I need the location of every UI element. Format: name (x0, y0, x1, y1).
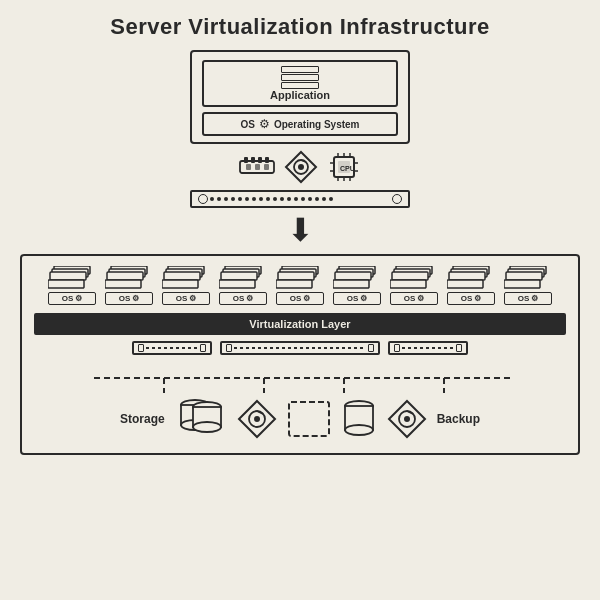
vm-unit-2: OS ⚙ (103, 266, 155, 305)
svg-rect-36 (162, 280, 198, 288)
rack-bar-center (220, 341, 380, 355)
vm-app-stack-9 (504, 266, 552, 292)
app-layer-3 (281, 82, 319, 89)
vm-os-3: OS ⚙ (162, 292, 210, 305)
rack-line-1 (146, 347, 198, 349)
hdd-diamond-1 (237, 399, 277, 439)
storage-backup-row: Storage (34, 397, 566, 441)
rack-dots (210, 197, 390, 201)
hdd-diamond-2 (387, 399, 427, 439)
vm-os-7: OS ⚙ (390, 292, 438, 305)
vm-os-5: OS ⚙ (276, 292, 324, 305)
hdd-icon (284, 150, 318, 184)
svg-rect-40 (219, 280, 255, 288)
svg-rect-4 (265, 157, 269, 163)
vm-gear-3: ⚙ (189, 294, 196, 303)
virtualization-layer-bar: Virtualization Layer (34, 313, 566, 335)
top-section: Application OS ⚙ Operating System (170, 50, 430, 208)
vm-gear-2: ⚙ (132, 294, 139, 303)
svg-rect-31 (107, 272, 143, 280)
svg-rect-2 (251, 157, 255, 163)
vm-app-stack-5 (276, 266, 324, 292)
monitor-box: Application OS ⚙ Operating System (190, 50, 410, 144)
vm-gear-1: ⚙ (75, 294, 82, 303)
bottom-section: OS ⚙ OS ⚙ (20, 254, 580, 455)
svg-rect-35 (164, 272, 200, 280)
svg-rect-76 (289, 402, 329, 436)
rack-port-1 (138, 344, 144, 352)
vm-app-stack-2 (105, 266, 153, 292)
backup-label: Backup (437, 412, 480, 426)
rack-circle (198, 194, 208, 204)
application-box: Application (202, 60, 398, 107)
svg-rect-27 (50, 272, 86, 280)
vm-unit-9: OS ⚙ (502, 266, 554, 305)
vm-unit-7: OS ⚙ (388, 266, 440, 305)
server-rack (190, 190, 410, 208)
vm-app-stack-6 (333, 266, 381, 292)
app-label: Application (210, 89, 390, 101)
rack-port-6 (456, 344, 462, 352)
vm-gear-7: ⚙ (417, 294, 424, 303)
vm-os-2: OS ⚙ (105, 292, 153, 305)
vm-app-stack-4 (219, 266, 267, 292)
svg-rect-60 (504, 280, 540, 288)
vm-os-8: OS ⚙ (447, 292, 495, 305)
vm-unit-8: OS ⚙ (445, 266, 497, 305)
app-layer-2 (281, 74, 319, 81)
rack-bar-right (388, 341, 468, 355)
rack-port-5 (394, 344, 400, 352)
cpu-icon: CPU (326, 151, 362, 183)
vm-os-4: OS ⚙ (219, 292, 267, 305)
svg-rect-7 (264, 164, 269, 170)
svg-rect-59 (506, 272, 542, 280)
svg-text:CPU: CPU (340, 165, 355, 172)
page-title: Server Virtualization Infrastructure (110, 14, 490, 40)
rack-line-2 (234, 347, 366, 349)
svg-rect-55 (449, 272, 485, 280)
svg-rect-48 (333, 280, 369, 288)
svg-rect-43 (278, 272, 314, 280)
connector-lines (34, 363, 574, 393)
vm-unit-6: OS ⚙ (331, 266, 383, 305)
rack-line-3 (402, 347, 454, 349)
svg-rect-44 (276, 280, 312, 288)
vm-unit-5: OS ⚙ (274, 266, 326, 305)
app-layer-1 (281, 66, 319, 73)
rack-bars-row (34, 341, 566, 355)
app-stack-layers (210, 66, 390, 89)
connector-box (287, 400, 331, 438)
svg-rect-51 (392, 272, 428, 280)
svg-rect-47 (335, 272, 371, 280)
arrow-down: ⬇ (287, 214, 314, 246)
svg-point-71 (193, 422, 221, 432)
svg-rect-56 (447, 280, 483, 288)
svg-rect-1 (244, 157, 248, 163)
hardware-components: CPU (238, 150, 362, 184)
rack-port-3 (226, 344, 232, 352)
vm-unit-1: OS ⚙ (46, 266, 98, 305)
vm-gear-4: ⚙ (246, 294, 253, 303)
storage-cylinder-single (341, 399, 377, 439)
svg-rect-3 (258, 157, 262, 163)
os-box: OS ⚙ Operating System (202, 112, 398, 136)
rack-bar-left (132, 341, 212, 355)
ram-icon (238, 153, 276, 181)
vm-unit-4: OS ⚙ (217, 266, 269, 305)
gear-icon: ⚙ (259, 117, 270, 131)
svg-rect-5 (246, 164, 251, 170)
svg-rect-39 (221, 272, 257, 280)
storage-cylinders (175, 397, 227, 441)
vm-os-1: OS ⚙ (48, 292, 96, 305)
svg-rect-28 (48, 280, 84, 288)
rack-port-2 (200, 344, 206, 352)
vm-gear-9: ⚙ (531, 294, 538, 303)
vm-gear-6: ⚙ (360, 294, 367, 303)
svg-point-74 (254, 416, 260, 422)
svg-rect-32 (105, 280, 141, 288)
storage-label: Storage (120, 412, 165, 426)
vm-unit-3: OS ⚙ (160, 266, 212, 305)
vm-app-stack-1 (48, 266, 96, 292)
vm-grid: OS ⚙ OS ⚙ (34, 266, 566, 305)
rack-circle-2 (392, 194, 402, 204)
